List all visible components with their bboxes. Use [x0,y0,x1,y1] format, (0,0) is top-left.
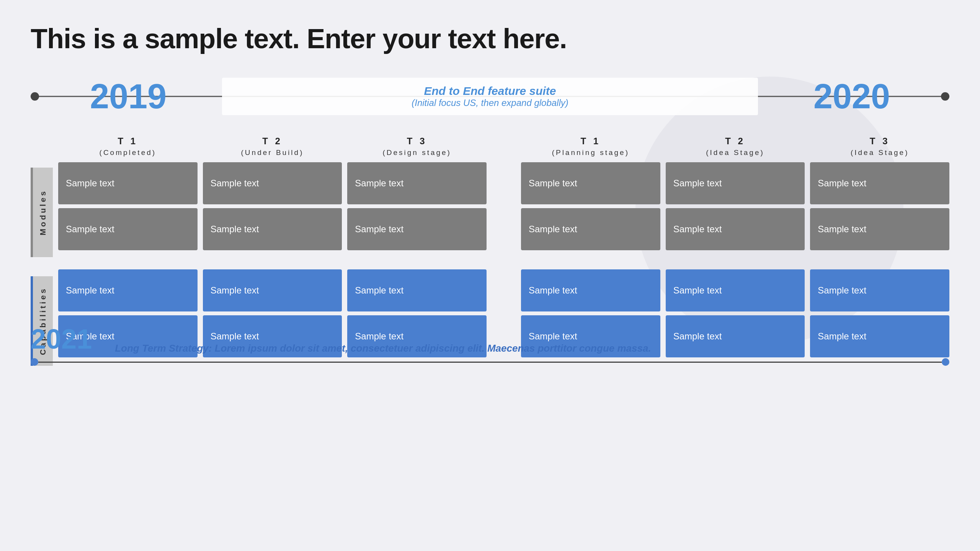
cell-modules-2020-t1-r1: Sample text [521,162,660,204]
cell-modules-2020-t3-r2: Sample text [810,208,949,250]
bottom-timeline: 2021 Long Term Strategy: Lorem ipsum dol… [31,325,949,366]
timeline-dot-right [941,92,949,101]
t1-2019-header: T 1 (Completed) [58,135,198,158]
t-headers-2019: T 1 (Completed) T 2 (Under Build) T 3 (D… [58,135,487,158]
bottom-line [38,362,942,363]
year-2020-section: 2020 [766,78,949,115]
capabilities-row1-2019: Sample text Sample text Sample text [58,269,487,311]
header-spacer [31,135,53,168]
cell-modules-2019-t1-r2: Sample text [58,208,198,250]
t2-2020-header: T 2 (Idea Stage) [666,135,805,158]
bottom-dot-left [31,358,38,366]
modules-label-block: Modules [31,168,53,257]
year-2020-label: 2020 [813,79,890,114]
cell-modules-2020-t1-r2: Sample text [521,208,660,250]
t3-2020-header: T 3 (Idea Stage) [810,135,949,158]
cell-cap-2020-t2-r1: Sample text [666,269,805,311]
t-headers-2020: T 1 (Planning stage) T 2 (Idea Stage) T … [521,135,949,158]
t1-2020-header: T 1 (Planning stage) [521,135,660,158]
timeline-section: 2019 End to End feature suite (Initial f… [31,73,949,119]
cell-cap-2020-t3-r1: Sample text [810,269,949,311]
cell-modules-2019-t2-r1: Sample text [203,162,342,204]
cell-modules-2019-t2-r2: Sample text [203,208,342,250]
bottom-timeline-line-container [31,358,949,366]
modules-row1-2019: Sample text Sample text Sample text [58,162,487,204]
cell-modules-2020-t2-r1: Sample text [666,162,805,204]
page: This is a sample text. Enter your text h… [0,0,980,389]
t3-2019-header: T 3 (Design stage) [347,135,487,158]
spacer-2020 [521,250,949,269]
cell-cap-2019-t2-r1: Sample text [203,269,342,311]
center-label-section: End to End feature suite (Initial focus … [222,78,758,115]
bottom-year: 2021 [31,325,92,353]
cell-cap-2020-t1-r1: Sample text [521,269,660,311]
cell-cap-2019-t3-r1: Sample text [347,269,487,311]
timeline-dot-left [31,92,39,101]
main-title: This is a sample text. Enter your text h… [31,23,949,54]
cell-cap-2019-t1-r1: Sample text [58,269,198,311]
cell-modules-2019-t1-r1: Sample text [58,162,198,204]
modules-row2-2019: Sample text Sample text Sample text [58,208,487,250]
spacer-2019 [58,250,487,269]
modules-row2-2020: Sample text Sample text Sample text [521,208,949,250]
t2-2019-header: T 2 (Under Build) [203,135,342,158]
bottom-header-row: 2021 Long Term Strategy: Lorem ipsum dol… [31,325,949,354]
cell-modules-2019-t3-r1: Sample text [347,162,487,204]
modules-label: Modules [36,184,50,241]
section-spacer [31,257,53,276]
year-2019-label: 2019 [90,79,167,114]
bottom-strategy: Long Term Strategy: Lorem ipsum dolor si… [115,342,651,354]
cell-modules-2019-t3-r2: Sample text [347,208,487,250]
cell-modules-2020-t2-r2: Sample text [666,208,805,250]
modules-row1-2020: Sample text Sample text Sample text [521,162,949,204]
capabilities-row1-2020: Sample text Sample text Sample text [521,269,949,311]
cell-modules-2020-t3-r1: Sample text [810,162,949,204]
center-label-sub: (Initial focus US, then expand globally) [412,98,568,108]
bottom-dot-right [942,358,949,366]
year-2019-section: 2019 [31,78,214,115]
center-label-main: End to End feature suite [424,85,556,98]
timeline-content: 2019 End to End feature suite (Initial f… [31,78,949,115]
